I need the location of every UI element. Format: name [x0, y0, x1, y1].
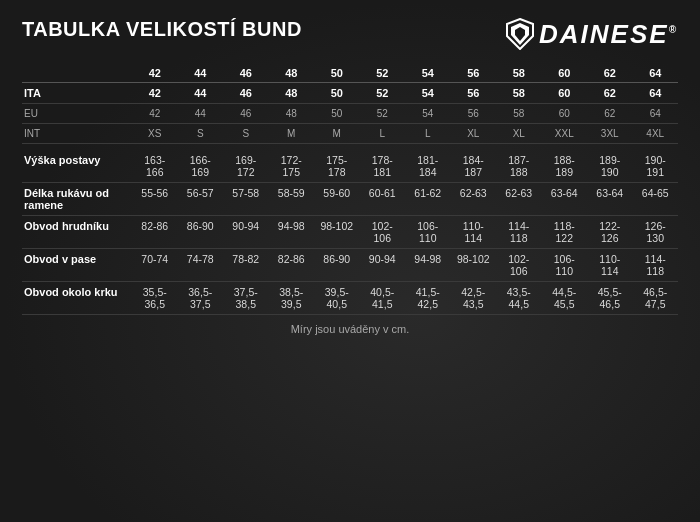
table-row: Výška postavy163-166166-169169-172172-17… — [22, 150, 678, 183]
cell-sleeve-10: 63-64 — [587, 183, 633, 216]
cell-eu-6: 54 — [405, 104, 451, 124]
cell-height-3: 172-175 — [269, 150, 315, 183]
dainese-shield-icon — [506, 18, 534, 50]
cell-chest-8: 114-118 — [496, 216, 542, 249]
cell-eu-3: 48 — [269, 104, 315, 124]
cell-sleeve-9: 63-64 — [542, 183, 588, 216]
col-64: 64 — [633, 64, 679, 83]
cell-ita-6: 54 — [405, 83, 451, 104]
cell-int-1: S — [178, 124, 224, 144]
cell-neck-11: 46,5-47,5 — [633, 282, 679, 315]
cell-sleeve-5: 60-61 — [360, 183, 406, 216]
col-52: 52 — [360, 64, 406, 83]
row-label-int: INT — [22, 124, 132, 144]
cell-neck-6: 41,5-42,5 — [405, 282, 451, 315]
cell-ita-1: 44 — [178, 83, 224, 104]
cell-waist-6: 94-98 — [405, 249, 451, 282]
table-row: Obvod v pase70-7474-7878-8282-8686-9090-… — [22, 249, 678, 282]
cell-ita-3: 48 — [269, 83, 315, 104]
cell-waist-10: 110-114 — [587, 249, 633, 282]
row-label-waist: Obvod v pase — [22, 249, 132, 282]
cell-neck-1: 36,5-37,5 — [178, 282, 224, 315]
table-row: EU424446485052545658606264 — [22, 104, 678, 124]
cell-sleeve-6: 61-62 — [405, 183, 451, 216]
cell-chest-9: 118-122 — [542, 216, 588, 249]
cell-height-7: 184-187 — [451, 150, 497, 183]
cell-eu-5: 52 — [360, 104, 406, 124]
cell-chest-5: 102-106 — [360, 216, 406, 249]
col-label-header — [22, 64, 132, 83]
col-60: 60 — [542, 64, 588, 83]
cell-height-1: 166-169 — [178, 150, 224, 183]
page-header: TABULKA VELIKOSTÍ BUND DAiNESE® — [22, 18, 678, 50]
cell-sleeve-4: 59-60 — [314, 183, 360, 216]
cell-waist-3: 82-86 — [269, 249, 315, 282]
cell-eu-8: 58 — [496, 104, 542, 124]
cell-int-11: 4XL — [633, 124, 679, 144]
cell-chest-1: 86-90 — [178, 216, 224, 249]
col-50: 50 — [314, 64, 360, 83]
col-46: 46 — [223, 64, 269, 83]
cell-sleeve-11: 64-65 — [633, 183, 679, 216]
cell-ita-9: 60 — [542, 83, 588, 104]
cell-neck-8: 43,5-44,5 — [496, 282, 542, 315]
cell-height-0: 163-166 — [132, 150, 178, 183]
cell-sleeve-1: 56-57 — [178, 183, 224, 216]
cell-neck-7: 42,5-43,5 — [451, 282, 497, 315]
cell-chest-11: 126-130 — [633, 216, 679, 249]
page-title: TABULKA VELIKOSTÍ BUND — [22, 18, 302, 41]
cell-neck-3: 38,5-39,5 — [269, 282, 315, 315]
table-row: Délka rukávu od ramene55-5656-5757-5858-… — [22, 183, 678, 216]
cell-neck-4: 39,5-40,5 — [314, 282, 360, 315]
cell-ita-4: 50 — [314, 83, 360, 104]
col-54: 54 — [405, 64, 451, 83]
cell-int-2: S — [223, 124, 269, 144]
cell-height-11: 190-191 — [633, 150, 679, 183]
dainese-logo: DAiNESE® — [506, 18, 678, 50]
cell-height-6: 181-184 — [405, 150, 451, 183]
cell-ita-10: 62 — [587, 83, 633, 104]
cell-int-4: M — [314, 124, 360, 144]
table-row: Obvod hrudníku82-8686-9090-9494-9898-102… — [22, 216, 678, 249]
cell-chest-2: 90-94 — [223, 216, 269, 249]
cell-waist-0: 70-74 — [132, 249, 178, 282]
cell-chest-10: 122-126 — [587, 216, 633, 249]
cell-height-9: 188-189 — [542, 150, 588, 183]
col-48: 48 — [269, 64, 315, 83]
cell-eu-1: 44 — [178, 104, 224, 124]
cell-int-10: 3XL — [587, 124, 633, 144]
cell-sleeve-7: 62-63 — [451, 183, 497, 216]
cell-eu-10: 62 — [587, 104, 633, 124]
cell-waist-2: 78-82 — [223, 249, 269, 282]
col-62: 62 — [587, 64, 633, 83]
row-label-ita: ITA — [22, 83, 132, 104]
row-label-neck: Obvod okolo krku — [22, 282, 132, 315]
cell-eu-7: 56 — [451, 104, 497, 124]
table-row: INTXSSSMMLLXLXLXXL3XL4XL — [22, 124, 678, 144]
table-header-row: 42 44 46 48 50 52 54 56 58 60 62 64 — [22, 64, 678, 83]
cell-eu-11: 64 — [633, 104, 679, 124]
cell-ita-11: 64 — [633, 83, 679, 104]
cell-neck-10: 45,5-46,5 — [587, 282, 633, 315]
cell-waist-11: 114-118 — [633, 249, 679, 282]
cell-neck-9: 44,5-45,5 — [542, 282, 588, 315]
cell-height-4: 175-178 — [314, 150, 360, 183]
cell-sleeve-3: 58-59 — [269, 183, 315, 216]
col-56: 56 — [451, 64, 497, 83]
cell-waist-4: 86-90 — [314, 249, 360, 282]
cell-chest-7: 110-114 — [451, 216, 497, 249]
row-label-height: Výška postavy — [22, 150, 132, 183]
cell-height-2: 169-172 — [223, 150, 269, 183]
cell-chest-3: 94-98 — [269, 216, 315, 249]
cell-sleeve-2: 57-58 — [223, 183, 269, 216]
cell-waist-8: 102-106 — [496, 249, 542, 282]
col-42: 42 — [132, 64, 178, 83]
cell-ita-2: 46 — [223, 83, 269, 104]
cell-sleeve-8: 62-63 — [496, 183, 542, 216]
cell-ita-8: 58 — [496, 83, 542, 104]
cell-eu-9: 60 — [542, 104, 588, 124]
cell-int-9: XXL — [542, 124, 588, 144]
cell-height-5: 178-181 — [360, 150, 406, 183]
cell-int-0: XS — [132, 124, 178, 144]
cell-ita-5: 52 — [360, 83, 406, 104]
